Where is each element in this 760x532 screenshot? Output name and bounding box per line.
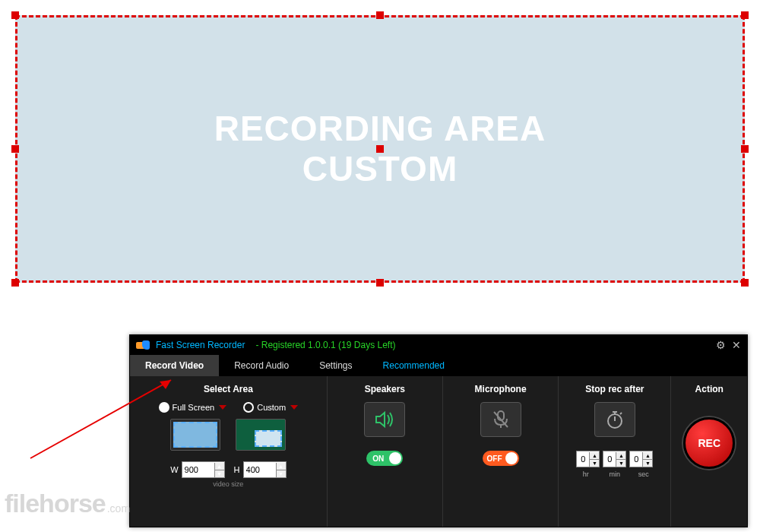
stop-after-header: Stop rec after [585,384,644,394]
hr-up[interactable]: ▲ [590,452,599,460]
resize-handle-top-mid[interactable] [376,11,384,19]
speakers-button[interactable] [364,402,405,437]
timer-button[interactable] [594,402,635,437]
width-input[interactable] [182,465,214,474]
min-down[interactable]: ▼ [616,460,625,467]
action-header: Action [695,384,724,394]
sec-input-box: ▲▼ [629,451,653,467]
speakers-toggle-label: ON [372,454,384,463]
resize-handle-bottom-left[interactable] [11,279,19,287]
title-bar: Fast Screen Recorder - Registered 1.0.0.… [130,335,747,355]
watermark-tld: .com [107,502,130,515]
width-label: W [170,465,178,474]
microphone-header: Microphone [475,384,527,394]
dropdown-arrow-icon[interactable] [219,405,226,410]
app-window: Fast Screen Recorder - Registered 1.0.0.… [129,334,748,527]
radio-custom[interactable]: Custom [243,402,298,413]
settings-gear-icon[interactable]: ⚙ [716,339,726,351]
min-input[interactable] [603,454,616,464]
radio-full-screen[interactable]: Full Screen [159,402,227,413]
resize-handle-center[interactable] [376,145,384,153]
panel-microphone: Microphone OFF [443,376,559,527]
hr-label: hr [575,470,597,478]
microphone-button[interactable] [480,402,521,437]
radio-dot-icon [159,402,169,413]
microphone-toggle[interactable]: OFF [483,451,519,466]
preview-custom[interactable] [236,419,286,451]
resize-handle-bottom-mid[interactable] [376,279,384,287]
resize-handle-mid-right[interactable] [741,145,749,153]
resize-handle-top-right[interactable] [741,11,749,19]
watermark: filehorse.com [5,489,130,518]
tab-recommended[interactable]: Recommended [368,355,460,376]
tab-bar: Record Video Record Audio Settings Recom… [130,355,747,376]
width-spin-up[interactable]: ▲ [215,463,224,470]
panel-stop-after: Stop rec after ▲▼ ▲▼ ▲▼ hr [559,376,671,527]
resize-handle-mid-left[interactable] [11,145,19,153]
sec-down[interactable]: ▼ [643,460,652,467]
width-input-box: ▲▼ [182,461,225,478]
radio-custom-label: Custom [257,403,286,412]
sec-input[interactable] [630,454,642,464]
record-button[interactable]: REC [683,417,735,469]
resize-handle-top-left[interactable] [11,11,19,19]
video-size-label: video size [213,480,243,488]
dropdown-arrow-icon[interactable] [290,405,298,410]
panel-action: Action REC [671,376,747,527]
app-title: Fast Screen Recorder [156,340,245,350]
microphone-toggle-label: OFF [487,454,502,463]
hr-input[interactable] [577,454,589,464]
hr-down[interactable]: ▼ [590,460,599,467]
preview-full-screen[interactable] [170,419,220,451]
app-logo-icon [136,340,150,350]
panel-select-area: Select Area Full Screen Custom [130,376,328,527]
watermark-name: filehorse [5,489,106,518]
radio-dot-icon [243,402,254,413]
speaker-icon [375,410,394,429]
registration-status: - Registered 1.0.0.1 (19 Days Left) [255,340,395,350]
hr-input-box: ▲▼ [576,451,600,467]
tab-record-video[interactable]: Record Video [130,355,219,376]
tab-record-audio[interactable]: Record Audio [219,355,304,376]
panel-speakers: Speakers ON [328,376,443,527]
microphone-icon [492,410,510,429]
svg-line-7 [620,413,622,414]
height-input[interactable] [244,465,276,474]
speakers-header: Speakers [365,384,405,394]
height-input-box: ▲▼ [243,461,287,478]
close-icon[interactable]: ✕ [732,339,741,351]
width-spin-down[interactable]: ▼ [215,470,224,477]
select-area-header: Select Area [204,384,253,394]
radio-full-screen-label: Full Screen [173,403,215,412]
height-spin-down[interactable]: ▼ [277,470,286,477]
height-spin-up[interactable]: ▲ [277,463,286,470]
sec-up[interactable]: ▲ [643,452,652,460]
min-input-box: ▲▼ [603,451,626,467]
speakers-toggle[interactable]: ON [366,451,403,466]
min-label: min [604,470,625,478]
resize-handle-bottom-right[interactable] [741,279,749,287]
tab-settings[interactable]: Settings [304,355,367,376]
sec-label: sec [633,470,654,478]
min-up[interactable]: ▲ [616,452,625,460]
height-label: H [234,465,240,474]
stopwatch-icon [605,410,625,429]
